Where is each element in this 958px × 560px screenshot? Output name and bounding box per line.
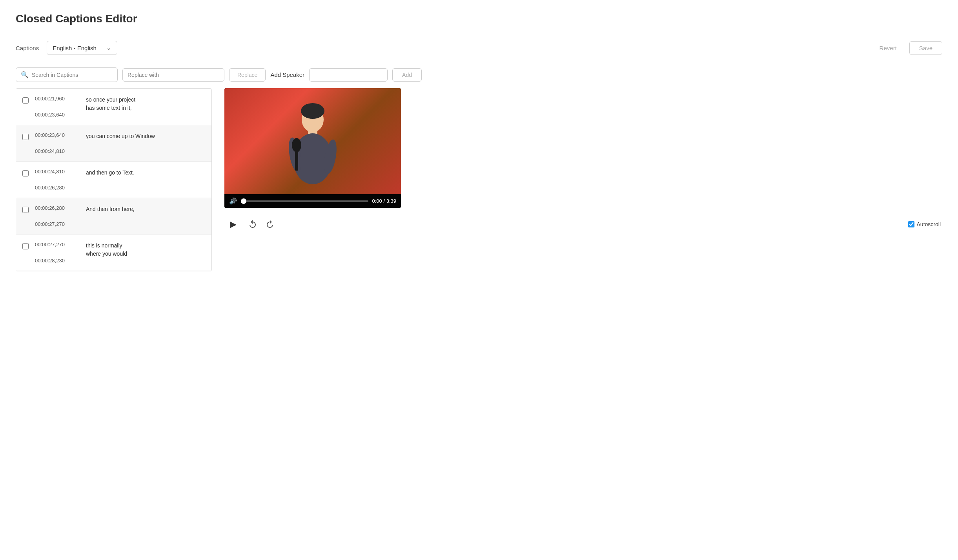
chevron-down-icon: ⌄ bbox=[106, 44, 111, 51]
video-panel: 🔊 0:00 / 3:39 ▶ bbox=[224, 88, 942, 271]
caption-checkbox[interactable] bbox=[22, 97, 29, 104]
replace-input[interactable] bbox=[127, 72, 219, 78]
revert-button[interactable]: Revert bbox=[873, 42, 903, 55]
caption-times: 00:00:23,64000:00:24,810 bbox=[35, 132, 78, 154]
table-row: 00:00:24,81000:00:26,280and then go to T… bbox=[16, 162, 211, 198]
svg-point-5 bbox=[301, 103, 324, 119]
caption-text[interactable]: this is normally where you would bbox=[86, 242, 127, 258]
caption-times: 00:00:26,28000:00:27,270 bbox=[35, 205, 78, 227]
main-layout: 00:00:21,96000:00:23,640so once your pro… bbox=[16, 88, 942, 271]
play-button[interactable]: ▶ bbox=[226, 217, 240, 231]
add-speaker-input[interactable] bbox=[309, 68, 388, 82]
replace-box bbox=[122, 68, 224, 82]
caption-text[interactable]: you can come up to Window bbox=[86, 132, 155, 140]
table-row: 00:00:26,28000:00:27,270And then from he… bbox=[16, 198, 211, 235]
save-button[interactable]: Save bbox=[909, 41, 942, 55]
table-row: 00:00:23,64000:00:24,810you can come up … bbox=[16, 125, 211, 162]
caption-times: 00:00:21,96000:00:23,640 bbox=[35, 96, 78, 118]
language-selector[interactable]: English - English ⌄ bbox=[47, 41, 117, 55]
caption-checkbox[interactable] bbox=[22, 170, 29, 176]
captions-panel[interactable]: 00:00:21,96000:00:23,640so once your pro… bbox=[16, 88, 212, 271]
video-controls-bar: 🔊 0:00 / 3:39 bbox=[224, 194, 401, 208]
table-row: 00:00:27,27000:00:28,230this is normally… bbox=[16, 235, 211, 271]
caption-checkbox[interactable] bbox=[22, 207, 29, 213]
captions-label: Captions bbox=[16, 45, 39, 51]
rewind-button[interactable] bbox=[248, 220, 257, 229]
add-button[interactable]: Add bbox=[392, 68, 422, 82]
caption-text[interactable]: and then go to Text. bbox=[86, 169, 134, 177]
caption-checkbox[interactable] bbox=[22, 134, 29, 140]
person-graphic bbox=[273, 96, 352, 186]
playback-controls: ▶ Autoscroll bbox=[224, 214, 942, 235]
replace-button[interactable]: Replace bbox=[229, 68, 266, 82]
forward-button[interactable] bbox=[265, 220, 275, 229]
search-row: 🔍 Replace Add Speaker Add bbox=[16, 67, 942, 82]
video-thumbnail bbox=[224, 88, 401, 194]
caption-checkbox[interactable] bbox=[22, 243, 29, 249]
table-row: 00:00:21,96000:00:23,640so once your pro… bbox=[16, 89, 211, 125]
autoscroll-container: Autoscroll bbox=[908, 221, 941, 227]
add-speaker-label: Add Speaker bbox=[270, 71, 304, 78]
language-value: English - English bbox=[53, 45, 97, 51]
autoscroll-label: Autoscroll bbox=[917, 221, 941, 227]
autoscroll-checkbox[interactable] bbox=[908, 221, 914, 227]
caption-text[interactable]: so once your project has some text in it… bbox=[86, 96, 135, 112]
volume-icon[interactable]: 🔊 bbox=[229, 197, 237, 205]
progress-bar[interactable] bbox=[241, 200, 368, 202]
video-container: 🔊 0:00 / 3:39 bbox=[224, 88, 401, 208]
caption-text[interactable]: And then from here, bbox=[86, 205, 135, 213]
caption-times: 00:00:27,27000:00:28,230 bbox=[35, 242, 78, 264]
search-icon: 🔍 bbox=[21, 71, 29, 78]
svg-point-7 bbox=[292, 138, 301, 152]
caption-times: 00:00:24,81000:00:26,280 bbox=[35, 169, 78, 191]
search-box: 🔍 bbox=[16, 67, 118, 82]
toolbar-row: Captions English - English ⌄ Revert Save bbox=[16, 41, 942, 55]
page-title: Closed Captions Editor bbox=[16, 13, 942, 25]
time-display: 0:00 / 3:39 bbox=[372, 198, 396, 204]
search-input[interactable] bbox=[32, 72, 113, 78]
progress-dot bbox=[241, 198, 246, 204]
